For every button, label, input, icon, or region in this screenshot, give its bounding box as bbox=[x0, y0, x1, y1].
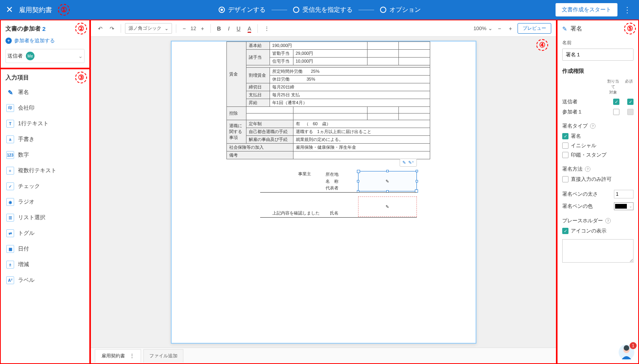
direct-only-checkbox[interactable] bbox=[562, 176, 568, 182]
perm-label: 送信者 bbox=[562, 98, 577, 105]
bold-button[interactable]: B bbox=[215, 24, 223, 33]
field-item[interactable]: ▦日付 bbox=[1, 241, 89, 257]
fields-panel: ③ 入力項目 ✎署名印会社印T1行テキストa手書き123数字≡複数行テキスト✓チ… bbox=[0, 68, 90, 364]
add-participant-button[interactable]: + 参加者を追加する bbox=[5, 37, 85, 44]
participants-count: 2 bbox=[42, 25, 45, 32]
allowance1-value: 29,000円 bbox=[293, 50, 367, 58]
font-increase-button[interactable]: + bbox=[199, 24, 206, 33]
payday-value: 毎月25日 支払 bbox=[270, 91, 430, 99]
zoom-out-button[interactable]: − bbox=[496, 24, 503, 33]
field-label: トグル bbox=[18, 230, 34, 237]
ot2-value: 35% bbox=[307, 77, 315, 81]
step-divider bbox=[358, 10, 374, 10]
assign-checkbox[interactable]: ✓ bbox=[613, 99, 619, 105]
field-type-icon: Aᵀ bbox=[6, 276, 14, 284]
field-item[interactable]: ✓チェック bbox=[1, 178, 89, 194]
field-label: 増減 bbox=[18, 261, 29, 268]
sign-tool-icon[interactable]: ✎ bbox=[402, 160, 406, 165]
name-input[interactable] bbox=[562, 49, 634, 61]
notification-badge: 1 bbox=[630, 342, 637, 349]
file-tab-active[interactable]: 雇用契約書 ⋮ bbox=[95, 349, 141, 362]
self-quit-value: 退職する 1ヵ月以上前に届け出ること bbox=[293, 128, 430, 136]
text-color-button[interactable]: A bbox=[245, 24, 253, 33]
assign-checkbox[interactable] bbox=[613, 109, 619, 115]
help-icon[interactable]: ? bbox=[590, 123, 596, 129]
zoom-in-button[interactable]: + bbox=[507, 24, 514, 33]
participants-heading: 文書の参加者 2 bbox=[5, 25, 85, 32]
chevron-down-icon: ⌄ bbox=[488, 25, 492, 31]
placeholder-textarea[interactable] bbox=[562, 239, 634, 263]
document-page[interactable]: 賃金 基本給 190,000円 諸手当 皆勤手当 29,000円 住宅手当 10… bbox=[171, 41, 476, 344]
step-options[interactable]: オプション bbox=[380, 6, 421, 14]
pen-width-input[interactable] bbox=[614, 190, 634, 198]
participants-panel: ② 文書の参加者 2 + 参加者を追加する 送信者 Me ⌄ bbox=[0, 20, 90, 68]
step-label: オプション bbox=[389, 6, 421, 14]
more-button[interactable]: ⋮ bbox=[262, 24, 272, 33]
signature-field-2[interactable]: ✎ bbox=[358, 196, 417, 217]
wizard-steps: デザインする 受信先を指定する オプション bbox=[219, 6, 421, 14]
insurance-value: 雇用保険・健康保険・厚生年金 bbox=[293, 144, 430, 151]
field-item[interactable]: ✎署名 bbox=[1, 85, 89, 100]
support-avatar[interactable]: 1 bbox=[618, 344, 635, 361]
step-design[interactable]: デザインする bbox=[219, 6, 266, 14]
type-checkbox[interactable] bbox=[562, 142, 568, 149]
color-swatch bbox=[615, 204, 627, 209]
canvas-scroll[interactable]: 賃金 基本給 190,000円 諸手当 皆勤手当 29,000円 住宅手当 10… bbox=[91, 37, 556, 348]
zoom-select[interactable]: 100% ⌄ bbox=[473, 25, 492, 31]
field-item[interactable]: ◉ラジオ bbox=[1, 194, 89, 210]
required-checkbox bbox=[627, 109, 634, 115]
preview-button[interactable]: プレビュー bbox=[518, 23, 551, 34]
help-icon[interactable]: ? bbox=[585, 166, 590, 172]
payday-label: 支払日 bbox=[246, 91, 270, 99]
remarks-label: 備考 bbox=[226, 151, 293, 159]
kebab-icon[interactable]: ⋮ bbox=[621, 5, 633, 14]
start-button[interactable]: 文書作成をスタート bbox=[556, 3, 617, 16]
field-type-icon: ≡ bbox=[6, 167, 14, 175]
italic-button[interactable]: I bbox=[226, 24, 232, 33]
show-icon-checkbox[interactable]: ✓ bbox=[562, 228, 568, 234]
redo-button[interactable]: ↷ bbox=[107, 24, 117, 33]
allowance2-value: 10,000円 bbox=[293, 58, 367, 65]
underline-button[interactable]: U bbox=[234, 24, 243, 33]
signature-icon: ✎ bbox=[386, 179, 389, 184]
raise-label: 昇給 bbox=[246, 99, 270, 107]
field-tools[interactable]: ✎ ✎⁺ bbox=[400, 159, 417, 167]
field-item[interactable]: ±増減 bbox=[1, 257, 89, 272]
base-pay-label: 基本給 bbox=[246, 42, 270, 50]
field-item[interactable]: a手書き bbox=[1, 132, 89, 147]
signature-field-1[interactable]: ✎ bbox=[358, 171, 417, 191]
person-name-label: 氏名 bbox=[330, 211, 339, 215]
field-label: 日付 bbox=[18, 245, 29, 252]
confirm-text: 上記内容を確認しました bbox=[272, 211, 320, 215]
name-label: 名 称 bbox=[326, 178, 339, 185]
perm-row: 送信者 ✓ ✓ bbox=[562, 98, 634, 105]
type-checkbox[interactable]: ✓ bbox=[562, 133, 568, 139]
allowance-header: 諸手当 bbox=[246, 50, 270, 65]
required-checkbox[interactable]: ✓ bbox=[627, 99, 634, 105]
add-participant-label: 参加者を追加する bbox=[14, 37, 55, 44]
field-item[interactable]: 123数字 bbox=[1, 147, 89, 163]
field-label: 数字 bbox=[18, 151, 29, 159]
field-item[interactable]: 印会社印 bbox=[1, 100, 89, 116]
pen-color-picker[interactable]: ⌄ bbox=[614, 202, 634, 210]
help-icon[interactable]: ? bbox=[605, 218, 611, 223]
participant-sender-row[interactable]: 送信者 Me ⌄ bbox=[5, 49, 85, 63]
add-file-tab[interactable]: ファイル追加 bbox=[143, 349, 183, 362]
annotation-1: ① bbox=[58, 4, 70, 16]
step-recipients[interactable]: 受信先を指定する bbox=[293, 6, 353, 14]
field-item[interactable]: ⇄トグル bbox=[1, 225, 89, 241]
right-title: 署名 bbox=[570, 25, 582, 32]
placeholder-heading: プレースホルダー bbox=[562, 217, 603, 224]
close-icon[interactable]: ✕ bbox=[6, 5, 13, 15]
font-decrease-button[interactable]: − bbox=[180, 24, 188, 33]
field-item[interactable]: Aᵀラベル bbox=[1, 272, 89, 288]
undo-button[interactable]: ↶ bbox=[96, 24, 105, 33]
type-checkbox[interactable] bbox=[562, 152, 568, 158]
field-item[interactable]: ≡複数行テキスト bbox=[1, 163, 89, 178]
font-select[interactable]: 源ノ角ゴシック ⌄ bbox=[125, 23, 172, 34]
sign-assign-icon[interactable]: ✎⁺ bbox=[408, 160, 414, 165]
field-item[interactable]: ☰リスト選択 bbox=[1, 210, 89, 225]
field-type-icon: 印 bbox=[6, 104, 14, 112]
field-item[interactable]: T1行テキスト bbox=[1, 116, 89, 132]
kebab-icon[interactable]: ⋮ bbox=[130, 353, 134, 359]
